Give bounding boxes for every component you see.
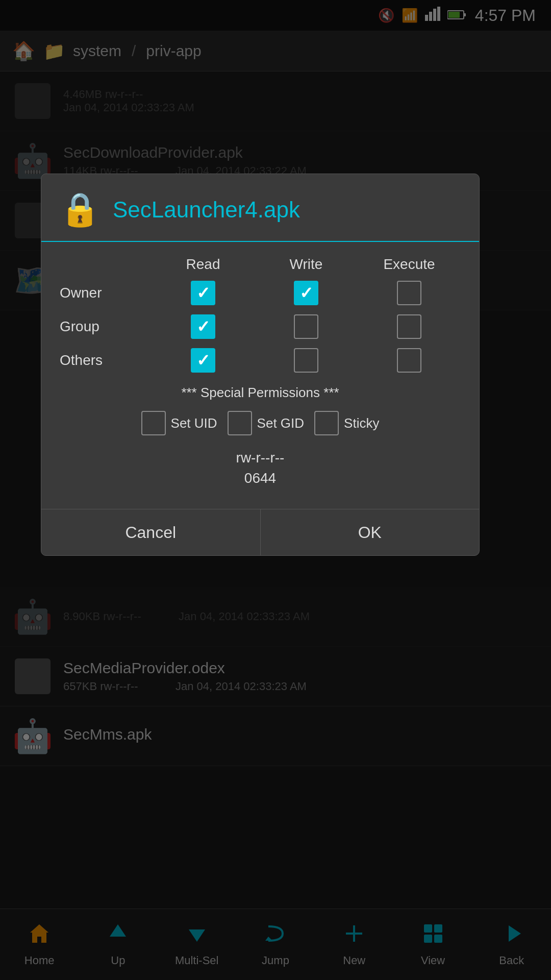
others-execute-box[interactable]	[397, 348, 421, 373]
special-perms-title: *** Special Permissions ***	[60, 385, 461, 401]
col-read: Read	[152, 256, 255, 273]
setuid-label: Set UID	[171, 415, 217, 431]
owner-write-box[interactable]: ✓	[294, 281, 318, 305]
dialog-header: 🔒 SecLauncher4.apk	[41, 174, 479, 242]
group-write-box[interactable]	[294, 314, 318, 339]
owner-label: Owner	[60, 285, 152, 301]
group-execute-checkbox[interactable]	[358, 314, 461, 339]
dialog-title: SecLauncher4.apk	[113, 197, 300, 223]
setuid-item[interactable]: Set UID	[141, 411, 217, 435]
lock-icon: 🔒	[60, 190, 101, 229]
setuid-checkbox[interactable]	[141, 411, 166, 435]
setgid-checkbox[interactable]	[228, 411, 252, 435]
perm-string: rw-r--r--	[60, 450, 461, 466]
group-read-box[interactable]: ✓	[191, 314, 215, 339]
permissions-grid: Read Write Execute Owner ✓ ✓	[60, 256, 461, 373]
others-write-box[interactable]	[294, 348, 318, 373]
sticky-item[interactable]: Sticky	[314, 411, 379, 435]
permissions-dialog: 🔒 SecLauncher4.apk Read Write Execute Ow…	[41, 174, 480, 556]
owner-read-checkbox[interactable]: ✓	[152, 281, 255, 305]
others-read-checkbox[interactable]: ✓	[152, 348, 255, 373]
sticky-checkbox[interactable]	[314, 411, 339, 435]
owner-write-checkbox[interactable]: ✓	[255, 281, 358, 305]
others-read-box[interactable]: ✓	[191, 348, 215, 373]
col-execute: Execute	[358, 256, 461, 273]
setgid-item[interactable]: Set GID	[228, 411, 304, 435]
owner-execute-box[interactable]	[397, 281, 421, 305]
others-execute-checkbox[interactable]	[358, 348, 461, 373]
perm-header-row: Read Write Execute	[60, 256, 461, 273]
group-read-checkbox[interactable]: ✓	[152, 314, 255, 339]
special-perms-row: Set UID Set GID Sticky	[60, 411, 461, 435]
group-write-checkbox[interactable]	[255, 314, 358, 339]
col-write: Write	[255, 256, 358, 273]
group-execute-box[interactable]	[397, 314, 421, 339]
ok-button[interactable]: OK	[261, 509, 480, 555]
others-label: Others	[60, 352, 152, 369]
perm-row-owner: Owner ✓ ✓	[60, 281, 461, 305]
owner-execute-checkbox[interactable]	[358, 281, 461, 305]
perm-row-others: Others ✓	[60, 348, 461, 373]
cancel-button[interactable]: Cancel	[41, 509, 260, 555]
setgid-label: Set GID	[257, 415, 304, 431]
perm-octal: 0644	[60, 470, 461, 486]
dialog-body: Read Write Execute Owner ✓ ✓	[41, 242, 479, 509]
sticky-label: Sticky	[344, 415, 379, 431]
others-write-checkbox[interactable]	[255, 348, 358, 373]
dialog-buttons: Cancel OK	[41, 509, 479, 555]
owner-read-box[interactable]: ✓	[191, 281, 215, 305]
perm-row-group: Group ✓	[60, 314, 461, 339]
group-label: Group	[60, 318, 152, 335]
